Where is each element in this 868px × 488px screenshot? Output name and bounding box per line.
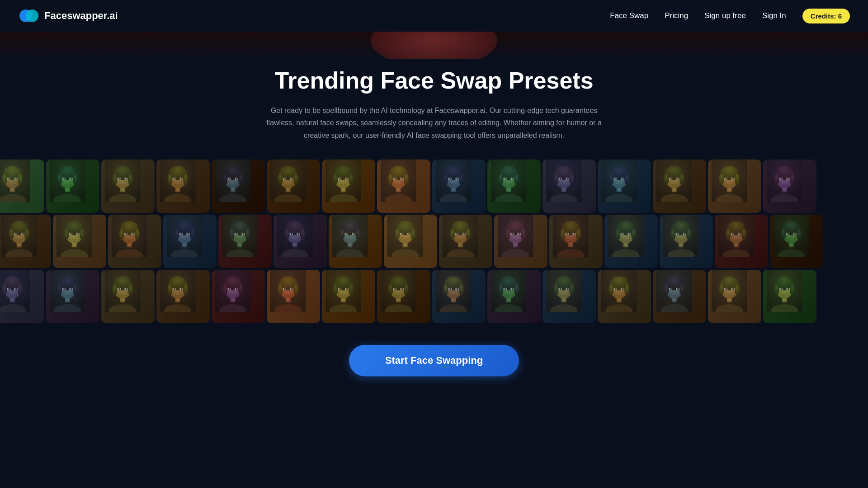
face-card[interactable] <box>0 270 44 323</box>
face-card[interactable] <box>487 160 541 213</box>
svg-point-254 <box>408 233 410 235</box>
svg-point-242 <box>346 233 348 235</box>
svg-point-118 <box>569 173 574 184</box>
svg-point-253 <box>401 233 403 235</box>
svg-point-330 <box>787 233 789 235</box>
face-card[interactable] <box>322 270 375 323</box>
face-card[interactable] <box>653 270 706 323</box>
face-card[interactable] <box>0 215 51 268</box>
svg-point-327 <box>797 228 802 239</box>
svg-point-23 <box>71 178 72 179</box>
svg-point-271 <box>505 228 510 239</box>
svg-point-430 <box>457 288 458 290</box>
svg-point-481 <box>735 283 740 295</box>
nav-sign-in[interactable]: Sign In <box>762 11 786 20</box>
face-card[interactable] <box>598 160 651 213</box>
credits-badge[interactable]: Credits: 6 <box>802 9 850 23</box>
face-card[interactable] <box>274 215 327 268</box>
grid-row-3 <box>0 270 816 323</box>
logo-area: Faceswapper.ai <box>18 5 118 27</box>
face-card[interactable] <box>46 270 99 323</box>
svg-point-63 <box>293 173 298 184</box>
face-card[interactable] <box>156 270 210 323</box>
face-card[interactable] <box>0 160 44 213</box>
svg-point-359 <box>112 283 117 295</box>
face-card[interactable] <box>101 270 155 323</box>
face-card[interactable] <box>549 215 603 268</box>
svg-point-217 <box>245 228 250 239</box>
hero-top-image <box>0 32 868 59</box>
face-card[interactable] <box>212 160 265 213</box>
svg-point-353 <box>71 288 72 290</box>
face-card[interactable] <box>598 270 651 323</box>
face-card[interactable] <box>763 160 816 213</box>
svg-point-441 <box>512 288 514 290</box>
face-card[interactable] <box>267 160 320 213</box>
svg-point-286 <box>566 233 568 235</box>
face-card[interactable] <box>708 160 761 213</box>
svg-point-155 <box>732 178 734 179</box>
face-card[interactable] <box>708 270 761 323</box>
nav-face-swap[interactable]: Face Swap <box>610 11 648 20</box>
svg-point-458 <box>609 283 613 295</box>
page-title: Trending Face Swap Presets <box>18 68 850 94</box>
svg-point-177 <box>22 233 24 235</box>
svg-point-392 <box>278 283 283 295</box>
svg-point-363 <box>118 288 120 290</box>
face-card[interactable] <box>542 270 596 323</box>
face-card[interactable] <box>763 270 816 323</box>
face-card[interactable] <box>53 215 106 268</box>
face-card[interactable] <box>653 160 706 213</box>
face-card[interactable] <box>212 270 265 323</box>
svg-point-480 <box>719 283 724 295</box>
svg-point-56 <box>236 178 238 179</box>
nav-sign-up[interactable]: Sign up free <box>704 11 746 20</box>
face-card[interactable] <box>542 160 596 213</box>
svg-point-176 <box>15 233 17 235</box>
svg-point-462 <box>615 288 617 290</box>
start-face-swapping-button[interactable]: Start Face Swapping <box>349 345 519 376</box>
svg-point-231 <box>291 233 292 235</box>
face-card[interactable] <box>108 215 161 268</box>
svg-point-52 <box>238 173 243 184</box>
svg-point-150 <box>719 173 724 184</box>
face-card[interactable] <box>377 270 430 323</box>
face-card[interactable] <box>487 270 541 323</box>
svg-point-404 <box>349 283 354 295</box>
face-card[interactable] <box>377 160 430 213</box>
face-card[interactable] <box>660 215 713 268</box>
face-card[interactable] <box>432 270 486 323</box>
face-card[interactable] <box>322 160 375 213</box>
svg-point-151 <box>735 173 740 184</box>
svg-point-386 <box>236 288 238 290</box>
svg-point-220 <box>236 233 237 235</box>
face-card[interactable] <box>494 215 547 268</box>
svg-point-338 <box>18 283 23 295</box>
svg-point-67 <box>291 178 293 179</box>
svg-point-8 <box>18 173 23 184</box>
face-card[interactable] <box>156 160 210 213</box>
face-card[interactable] <box>770 215 823 268</box>
svg-point-40 <box>167 173 172 184</box>
face-card[interactable] <box>46 160 99 213</box>
svg-point-194 <box>119 228 124 239</box>
navbar: Faceswapper.ai Face Swap Pricing Sign up… <box>0 0 868 32</box>
nav-pricing[interactable]: Pricing <box>665 11 688 20</box>
svg-point-7 <box>2 173 7 184</box>
face-card[interactable] <box>329 215 382 268</box>
face-card[interactable] <box>715 215 768 268</box>
face-card[interactable] <box>384 215 437 268</box>
svg-point-459 <box>624 283 629 295</box>
face-card[interactable] <box>101 160 155 213</box>
svg-point-436 <box>498 283 503 295</box>
svg-point-154 <box>725 178 727 179</box>
face-card[interactable] <box>163 215 217 268</box>
face-card[interactable] <box>218 215 272 268</box>
face-card[interactable] <box>604 215 658 268</box>
svg-point-473 <box>670 288 672 290</box>
svg-point-206 <box>190 228 195 239</box>
face-card[interactable] <box>267 270 320 323</box>
svg-point-360 <box>128 283 133 295</box>
face-card[interactable] <box>439 215 492 268</box>
face-card[interactable] <box>432 160 486 213</box>
